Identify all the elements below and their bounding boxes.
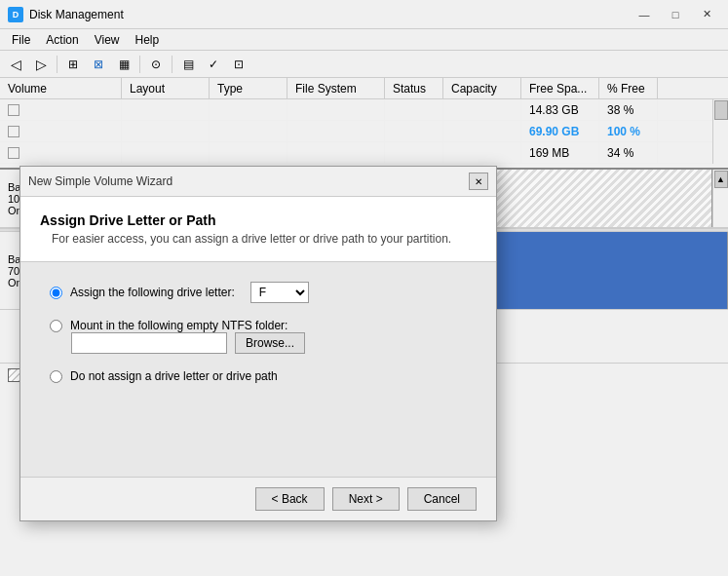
toolbar-btn-2[interactable]: ⊠ xyxy=(87,54,110,75)
row2-capacity xyxy=(443,121,521,141)
radio-no-letter[interactable] xyxy=(50,370,62,383)
radio-row-3: Do not assign a drive letter or drive pa… xyxy=(50,369,467,383)
menu-file[interactable]: File xyxy=(4,31,38,49)
modal-overlay: New Simple Volume Wizard ✕ Assign Drive … xyxy=(0,156,728,557)
back-button[interactable]: < Back xyxy=(255,487,325,511)
modal-close-button[interactable]: ✕ xyxy=(469,173,488,190)
label-assign-letter[interactable]: Assign the following drive letter: xyxy=(70,286,235,299)
maximize-button[interactable]: □ xyxy=(662,5,689,24)
toolbar-btn-6[interactable]: ✓ xyxy=(202,54,225,75)
browse-button[interactable]: Browse... xyxy=(235,332,305,354)
toolbar-btn-3[interactable]: ▦ xyxy=(112,54,135,75)
radio-group: Assign the following drive letter: F G H xyxy=(50,282,467,383)
radio-assign-letter[interactable] xyxy=(50,287,62,299)
toolbar-forward-button[interactable]: ▷ xyxy=(29,54,53,75)
wizard-header: Assign Drive Letter or Path For easier a… xyxy=(20,197,496,262)
table-row[interactable]: 69.90 GB 100 % xyxy=(0,121,728,142)
col-capacity[interactable]: Capacity xyxy=(443,78,521,98)
toolbar-separator-2 xyxy=(139,56,140,73)
row1-layout xyxy=(122,99,210,120)
col-filesystem[interactable]: File System xyxy=(287,78,385,98)
table-header: Volume Layout Type File System Status Ca… xyxy=(0,78,728,99)
col-layout[interactable]: Layout xyxy=(122,78,210,98)
table-row[interactable]: 14.83 GB 38 % xyxy=(0,99,728,121)
window-title: Disk Management xyxy=(29,8,631,21)
wizard-body: Assign the following drive letter: F G H xyxy=(20,262,496,477)
table-body: 14.83 GB 38 % 69.90 GB 100 % xyxy=(0,99,728,164)
drive-letter-select[interactable]: F G H xyxy=(250,282,309,303)
col-type[interactable]: Type xyxy=(210,78,287,98)
label-no-letter[interactable]: Do not assign a drive letter or drive pa… xyxy=(70,369,278,383)
toolbar-btn-5[interactable]: ▤ xyxy=(176,54,200,75)
toolbar-btn-4[interactable]: ⊙ xyxy=(144,54,168,75)
toolbar-separator-1 xyxy=(57,56,57,73)
option-assign-letter: Assign the following drive letter: F G H xyxy=(50,282,467,303)
cancel-button[interactable]: Cancel xyxy=(407,487,477,511)
wizard-subtitle: For easier access, you can assign a driv… xyxy=(40,232,477,246)
close-button[interactable]: ✕ xyxy=(693,5,720,24)
radio-row-2: Mount in the following empty NTFS folder… xyxy=(50,319,467,332)
row1-status xyxy=(385,99,443,120)
row2-fs xyxy=(287,121,385,141)
title-bar: D Disk Management — □ ✕ xyxy=(0,0,728,29)
label-ntfs[interactable]: Mount in the following empty NTFS folder… xyxy=(70,319,287,332)
toolbar-btn-7[interactable]: ⊡ xyxy=(227,54,250,75)
row2-freespace: 69.90 GB xyxy=(521,121,599,141)
col-freespace[interactable]: Free Spa... xyxy=(521,78,599,98)
toolbar: ◁ ▷ ⊞ ⊠ ▦ ⊙ ▤ ✓ ⊡ xyxy=(0,51,728,78)
row2-pctfree: 100 % xyxy=(599,121,658,141)
scrollbar-thumb[interactable] xyxy=(714,100,728,120)
row2-type xyxy=(210,121,287,141)
menu-bar: File Action View Help xyxy=(0,29,728,51)
ntfs-input-row: Browse... xyxy=(71,332,467,354)
menu-help[interactable]: Help xyxy=(128,31,168,49)
col-pctfree[interactable]: % Free xyxy=(599,78,658,98)
row2-status xyxy=(385,121,443,141)
radio-ntfs[interactable] xyxy=(50,320,62,332)
wizard-title: Assign Drive Letter or Path xyxy=(40,212,477,228)
minimize-button[interactable]: — xyxy=(631,5,658,24)
next-button[interactable]: Next > xyxy=(332,487,400,511)
row1-capacity xyxy=(443,99,521,120)
row1-fs xyxy=(287,99,385,120)
table-scrollbar[interactable] xyxy=(712,99,728,164)
toolbar-separator-3 xyxy=(172,56,172,73)
row1-type xyxy=(210,99,287,120)
modal-title: New Simple Volume Wizard xyxy=(28,174,172,188)
radio-row-1: Assign the following drive letter: F G H xyxy=(50,282,467,303)
wizard-modal: New Simple Volume Wizard ✕ Assign Drive … xyxy=(19,166,497,521)
col-volume[interactable]: Volume xyxy=(0,78,122,98)
col-status[interactable]: Status xyxy=(385,78,443,98)
menu-action[interactable]: Action xyxy=(38,31,86,49)
row1-freespace: 14.83 GB xyxy=(521,99,599,120)
row2-layout xyxy=(122,121,210,141)
ntfs-path-input[interactable] xyxy=(71,332,227,354)
app-icon: D xyxy=(8,7,23,22)
wizard-footer: < Back Next > Cancel xyxy=(20,477,496,520)
modal-title-bar: New Simple Volume Wizard ✕ xyxy=(20,167,496,197)
row1-pctfree: 38 % xyxy=(599,99,658,120)
option-ntfs: Mount in the following empty NTFS folder… xyxy=(50,319,467,354)
toolbar-back-button[interactable]: ◁ xyxy=(4,54,27,75)
menu-view[interactable]: View xyxy=(87,31,128,49)
toolbar-btn-1[interactable]: ⊞ xyxy=(61,54,85,75)
window-controls: — □ ✕ xyxy=(631,5,720,24)
